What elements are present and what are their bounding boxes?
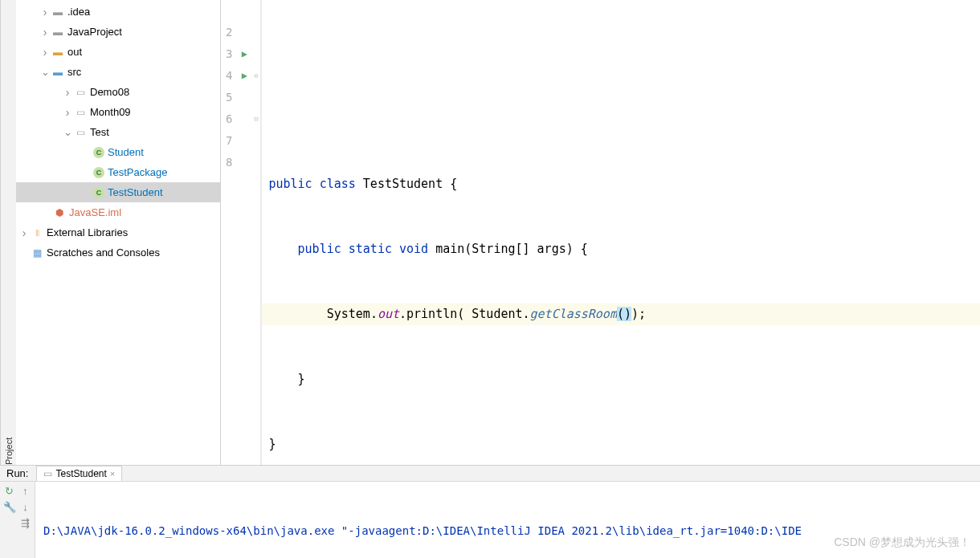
code-editor[interactable]: 1 2 3 4 5 6 7 8 ▶ ▶ ⊖ ⊟ [221,0,980,465]
chevron-right-icon[interactable] [61,106,74,119]
tree-label: .idea [67,6,90,18]
fold-gutter: ⊖ ⊟ [251,0,261,465]
folder-icon: ▬ [51,26,64,39]
chevron-down-icon[interactable] [61,126,74,138]
tree-node-test[interactable]: ▭ Test [16,122,220,142]
chevron-down-icon[interactable] [39,66,51,78]
tree-node-iml[interactable]: ⬢ JavaSE.iml [16,202,220,222]
tree-label: JavaSE.iml [69,206,121,218]
tree-node-student[interactable]: C Student [16,142,220,162]
tree-label: Test [90,126,109,138]
run-main-icon[interactable]: ▶ [237,65,251,87]
tree-label: src [67,66,81,78]
tree-label: Month09 [90,106,131,118]
tree-node-src[interactable]: ▬ src [16,62,220,82]
run-toolbar: ↻ ↑ 🔧 ↓ ⇶ [0,482,35,558]
package-icon: ▭ [74,86,87,99]
package-icon: ▭ [74,126,87,139]
more-icon[interactable] [3,517,16,530]
filter-icon[interactable]: ⇶ [19,517,32,530]
java-class-icon: C [93,147,104,158]
tree-node-scratches[interactable]: ▦ Scratches and Consoles [16,242,220,263]
tree-label: TestPackage [108,166,167,178]
up-icon[interactable]: ↑ [19,485,32,498]
iml-file-icon: ⬢ [53,206,66,219]
tree-node-external-libs[interactable]: ⫴ External Libraries [16,222,220,242]
rerun-icon[interactable]: ↻ [3,485,16,498]
run-config-tab[interactable]: ▭ TestStudent × [36,466,122,481]
run-tab-icon: ▭ [43,468,52,479]
run-class-icon[interactable]: ▶ [237,43,251,65]
down-icon[interactable]: ↓ [19,501,31,514]
tree-label: External Libraries [47,226,128,238]
project-tool-window-tab[interactable]: Project [0,0,16,465]
run-tab-label: TestStudent [55,468,106,479]
tree-node-idea[interactable]: ▬ .idea [16,2,220,22]
tree-node-teststudent[interactable]: C TestStudent [16,182,220,202]
chevron-right-icon[interactable] [61,86,74,99]
java-class-icon: C [93,167,104,178]
chevron-right-icon[interactable] [18,226,31,239]
libraries-icon: ⫴ [31,226,43,239]
tree-label: Scratches and Consoles [47,246,160,259]
tree-node-month09[interactable]: ▭ Month09 [16,102,220,122]
run-gutter: ▶ ▶ [237,0,251,465]
line-numbers: 1 2 3 4 5 6 7 8 [221,0,237,465]
fold-handle-icon[interactable]: ⊟ [251,108,260,130]
tree-label: Demo08 [90,86,129,98]
fold-handle-icon[interactable]: ⊖ [251,65,260,87]
chevron-right-icon[interactable] [39,6,51,18]
tree-label: TestStudent [108,186,163,198]
scratches-icon: ▦ [31,246,43,259]
tree-node-out[interactable]: ▬ out [16,42,220,62]
close-icon[interactable]: × [110,469,115,479]
chevron-right-icon[interactable] [39,26,51,39]
tree-node-javaproject[interactable]: ▬ JavaProject [16,22,220,42]
project-tree: ▬ .idea ▬ JavaProject ▬ out ▬ src ▭ Demo… [16,0,221,465]
chevron-right-icon[interactable] [39,46,51,59]
tree-label: out [67,46,82,58]
tree-node-demo08[interactable]: ▭ Demo08 [16,82,220,102]
code-content[interactable]: public class TestStudent { public static… [262,0,980,465]
folder-icon: ▬ [51,46,64,59]
package-icon: ▭ [74,106,87,119]
run-label: Run: [6,467,28,479]
source-folder-icon: ▬ [51,66,64,79]
wrench-icon[interactable]: 🔧 [3,501,16,514]
tree-node-testpackage[interactable]: C TestPackage [16,162,220,182]
tree-label: Student [108,146,144,158]
java-class-icon: C [93,187,104,198]
editor-gutter: 1 2 3 4 5 6 7 8 ▶ ▶ ⊖ ⊟ [221,0,262,465]
folder-icon: ▬ [51,6,64,18]
tree-label: JavaProject [67,26,122,38]
